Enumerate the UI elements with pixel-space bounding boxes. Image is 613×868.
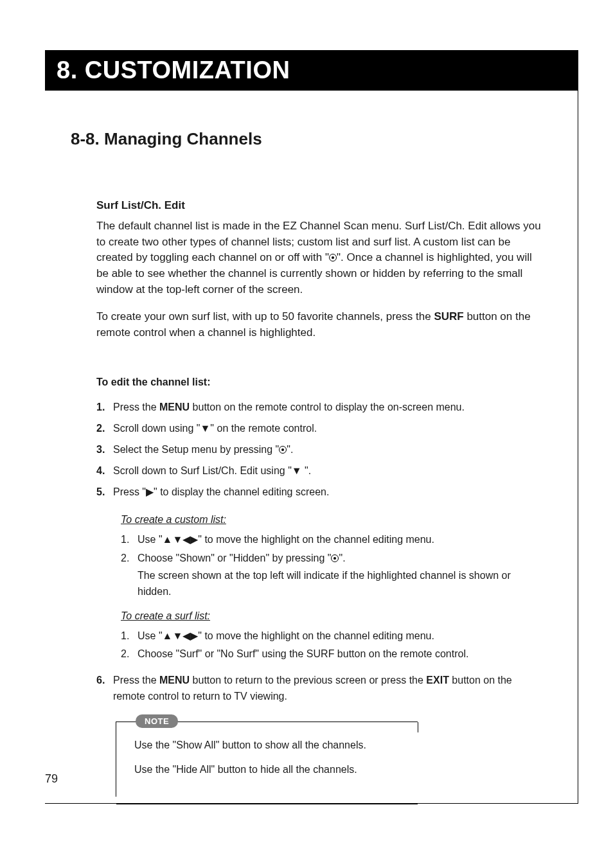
step-text: Scroll down using "▼" on the remote cont…	[113, 421, 317, 437]
chapter-header: 8. CUSTOMIZATION	[45, 50, 578, 91]
text: button to return to the previous screen …	[190, 675, 426, 686]
custom-list-title: To create a custom list:	[121, 514, 542, 526]
enter-icon	[331, 554, 339, 562]
section-title: 8-8. Managing Channels	[71, 129, 542, 149]
enter-icon	[329, 254, 337, 261]
step-3: 3. Select the Setup menu by pressing "".	[96, 442, 542, 458]
text: button on the remote control to display …	[190, 402, 465, 412]
text: button on the remote control.	[334, 648, 468, 659]
menu-button-label: MENU	[159, 675, 190, 686]
sub-step-number: 1.	[121, 532, 134, 548]
surf-para-2: To create your own surf list, with up to…	[96, 309, 542, 341]
sub-step-number: 2.	[121, 646, 134, 662]
step-4: 4. Scroll down to Surf List/Ch. Edit usi…	[96, 463, 542, 479]
sub-step-text: Use "▲▼◀▶" to move the highlight on the …	[138, 628, 434, 644]
custom-step-2: 2. Choose "Shown" or "Hidden" by pressin…	[121, 551, 542, 599]
surf-list-title: To create a surf list:	[121, 610, 542, 622]
text: Choose "Surf" or "No Surf" using the	[138, 648, 306, 659]
sub-step-number: 2.	[121, 551, 134, 599]
text: To create your own surf list, with up to…	[96, 310, 434, 323]
chapter-title: 8. CUSTOMIZATION	[57, 57, 567, 84]
step-number: 1.	[96, 400, 109, 416]
sub-step-text: Use "▲▼◀▶" to move the highlight on the …	[138, 532, 434, 548]
surf-list-block: To create a surf list: 1. Use "▲▼◀▶" to …	[96, 610, 542, 663]
note-line-2: Use the "Hide All" button to hide all th…	[134, 762, 405, 777]
edit-heading: To edit the channel list:	[96, 376, 542, 388]
surf-button-label: SURF	[434, 310, 463, 323]
note-rule	[116, 804, 418, 804]
step-text: Press the MENU button to return to the p…	[113, 673, 542, 705]
step-text: Press "▶" to display the channel editing…	[113, 484, 329, 500]
surf-step-1: 1. Use "▲▼◀▶" to move the highlight on t…	[121, 628, 542, 644]
page: 8. CUSTOMIZATION 8-8. Managing Channels …	[0, 0, 613, 868]
step-text: Scroll down to Surf List/Ch. Edit using …	[113, 463, 311, 479]
text: Select the Setup menu by pressing "	[113, 444, 279, 455]
step-2: 2. Scroll down using "▼" on the remote c…	[96, 421, 542, 437]
step-number: 5.	[96, 484, 109, 500]
text: ".	[287, 444, 293, 455]
sub-step-text: Choose "Shown" or "Hidden" by pressing "…	[138, 551, 542, 599]
note-line-1: Use the "Show All" button to show all th…	[134, 738, 405, 753]
page-rule-right	[578, 50, 578, 804]
step-number: 3.	[96, 442, 109, 458]
text: Press the	[113, 675, 159, 686]
exit-button-label: EXIT	[426, 675, 449, 686]
custom-list-block: To create a custom list: 1. Use "▲▼◀▶" t…	[96, 514, 542, 599]
surf-step-2: 2. Choose "Surf" or "No Surf" using the …	[121, 646, 542, 662]
step-number: 2.	[96, 421, 109, 437]
step-5: 5. Press "▶" to display the channel edit…	[96, 484, 542, 500]
note-box: NOTE Use the "Show All" button to show a…	[116, 722, 418, 797]
sub-step-number: 1.	[121, 628, 134, 644]
text: The screen shown at the top left will in…	[138, 568, 542, 600]
surf-button-label: SURF	[306, 648, 335, 659]
surf-para-1: The default channel list is made in the …	[96, 218, 542, 297]
content: 8-8. Managing Channels Surf List/Ch. Edi…	[45, 91, 568, 797]
body: Surf List/Ch. Edit The default channel l…	[71, 199, 542, 797]
custom-step-1: 1. Use "▲▼◀▶" to move the highlight on t…	[121, 532, 542, 548]
step-text: Press the MENU button on the remote cont…	[113, 400, 465, 416]
step-1: 1. Press the MENU button on the remote c…	[96, 400, 542, 416]
note-badge: NOTE	[136, 714, 178, 728]
text: ".	[339, 553, 345, 563]
sub-step-text: Choose "Surf" or "No Surf" using the SUR…	[138, 646, 468, 662]
surf-heading: Surf List/Ch. Edit	[96, 199, 542, 212]
step-number: 6.	[96, 673, 109, 705]
step-6: 6. Press the MENU button to return to th…	[96, 673, 542, 705]
menu-button-label: MENU	[159, 402, 190, 412]
page-number: 79	[45, 772, 58, 786]
step-text: Select the Setup menu by pressing "".	[113, 442, 293, 458]
step-number: 4.	[96, 463, 109, 479]
enter-icon	[279, 446, 287, 454]
text: Choose "Shown" or "Hidden" by pressing "	[138, 553, 331, 563]
text: Press the	[113, 402, 159, 412]
